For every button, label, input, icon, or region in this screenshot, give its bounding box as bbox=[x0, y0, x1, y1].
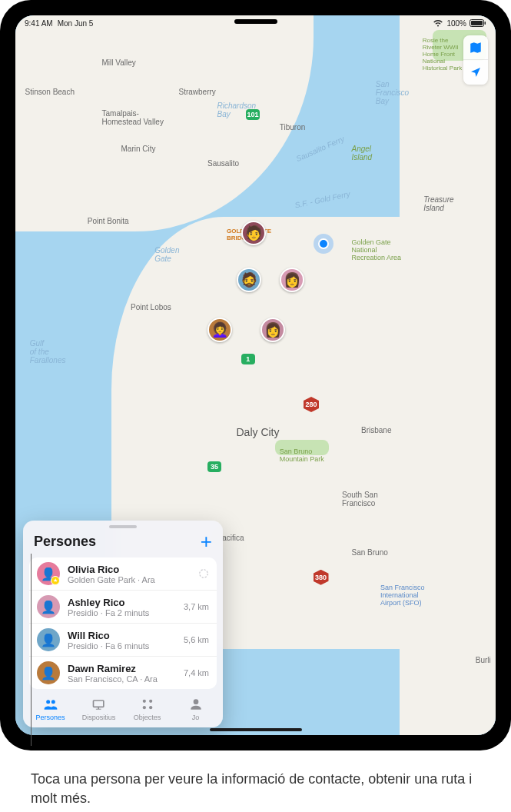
road-badge-ca1: 1 bbox=[241, 354, 255, 364]
person-distance bbox=[198, 568, 209, 579]
person-subtitle: Presidio · Fa 2 minuts bbox=[68, 608, 184, 617]
navigate-icon bbox=[470, 66, 482, 78]
map-label: Treasure Island bbox=[423, 195, 453, 212]
map-mode-button[interactable] bbox=[463, 35, 488, 60]
map-label: Stinson Beach bbox=[25, 88, 75, 96]
people-panel: Persones + 👤 ★ Olivia Rico Golden Gate P… bbox=[23, 521, 223, 727]
person-row[interactable]: 👤 Dawn Ramirez San Francisco, CA · Ara 7… bbox=[29, 657, 217, 689]
tab-label: Persones bbox=[35, 714, 65, 721]
svg-point-3 bbox=[200, 570, 208, 578]
map-label: Gulf of the Farallones bbox=[30, 339, 66, 364]
map-label: San Bruno Mountain Park bbox=[280, 448, 324, 463]
person-distance: 7,4 km bbox=[184, 668, 209, 677]
person-name: Olivia Rico bbox=[68, 564, 198, 575]
tab-label: Jo bbox=[192, 714, 200, 721]
map-label: Rosie the Riveter WWII Home Front Nation… bbox=[423, 37, 463, 72]
svg-point-4 bbox=[142, 700, 145, 703]
map-label: San Francisco International Airport (SFO… bbox=[380, 584, 425, 607]
map-label: San Francisco Bay bbox=[376, 80, 409, 105]
svg-rect-1 bbox=[471, 21, 483, 25]
avatar: 👤 bbox=[37, 628, 60, 651]
map-label: San Bruno bbox=[352, 548, 388, 557]
map-label: Sausalito bbox=[207, 159, 239, 168]
ipad-frame: 9:41 AM Mon Jun 5 100% Mill Valley Stins… bbox=[0, 0, 511, 750]
map-label: S.F. - Gold Ferry bbox=[294, 190, 350, 210]
map-label: Tiburon bbox=[280, 123, 306, 131]
person-distance: 5,6 km bbox=[184, 635, 209, 644]
tab-label: Dispositius bbox=[82, 714, 116, 721]
svg-point-7 bbox=[149, 706, 152, 709]
person-subtitle: Presidio · Fa 6 minuts bbox=[68, 641, 184, 651]
person-row[interactable]: 👤 Ashley Rico Presidio · Fa 2 minuts 3,7… bbox=[29, 591, 217, 624]
home-indicator[interactable] bbox=[210, 728, 302, 731]
svg-point-5 bbox=[149, 700, 152, 703]
tab-persones[interactable]: Persones bbox=[26, 697, 75, 721]
panel-header: Persones + bbox=[23, 530, 223, 557]
loading-icon bbox=[198, 568, 209, 579]
map-label: Strawberry bbox=[179, 88, 216, 96]
map-label: Brisbane bbox=[361, 426, 391, 434]
map-label: South San Francisco bbox=[342, 491, 378, 508]
person-pin[interactable]: 👩‍🦱 bbox=[207, 318, 232, 342]
locate-me-button[interactable] bbox=[463, 60, 488, 85]
battery-text: 100% bbox=[446, 19, 466, 28]
map-label: Mill Valley bbox=[102, 58, 136, 67]
svg-point-6 bbox=[142, 706, 145, 709]
map-label: Point Bonita bbox=[88, 217, 129, 225]
person-name: Will Rico bbox=[68, 630, 184, 641]
road-badge-ca101: 101 bbox=[246, 109, 260, 120]
map-label: Golden Gate bbox=[154, 246, 179, 263]
status-time: 9:41 AM bbox=[25, 19, 53, 28]
person-pin[interactable]: 👩 bbox=[260, 318, 285, 342]
screen: 9:41 AM Mon Jun 5 100% Mill Valley Stins… bbox=[15, 15, 496, 735]
camera-dot bbox=[253, 2, 259, 8]
callout-line bbox=[31, 554, 32, 746]
tab-jo[interactable]: Jo bbox=[171, 697, 220, 721]
map-label: Point Lobos bbox=[131, 303, 171, 311]
dynamic-pill bbox=[234, 19, 277, 24]
status-bar: 9:41 AM Mon Jun 5 100% bbox=[15, 15, 496, 31]
user-location-dot bbox=[318, 238, 329, 249]
star-badge: ★ bbox=[51, 576, 60, 585]
map-label: Golden Gate National Recreation Area bbox=[352, 238, 402, 261]
person-name: Dawn Ramirez bbox=[68, 663, 184, 674]
map-label: Sausalito Ferry bbox=[294, 135, 345, 163]
map-label: Marin City bbox=[121, 145, 156, 153]
person-name: Ashley Rico bbox=[68, 597, 184, 608]
tab-objectes[interactable]: Objectes bbox=[123, 697, 171, 721]
person-pin[interactable]: 🧔 bbox=[237, 268, 261, 292]
svg-rect-2 bbox=[485, 22, 486, 25]
map-icon bbox=[469, 41, 483, 55]
avatar: 👤 bbox=[37, 661, 60, 684]
person-distance: 3,7 km bbox=[184, 602, 209, 611]
person-pin[interactable]: 👩 bbox=[280, 268, 304, 292]
person-pin[interactable]: 🧑 bbox=[241, 221, 266, 245]
map-label: Tamalpais- Homestead Valley bbox=[102, 109, 164, 126]
tab-dispositius[interactable]: Dispositius bbox=[75, 697, 123, 721]
avatar: 👤 bbox=[37, 595, 60, 618]
people-list: 👤 ★ Olivia Rico Golden Gate Park · Ara 👤… bbox=[29, 557, 217, 689]
tab-bar: PersonesDispositiusObjectesJo bbox=[23, 689, 223, 727]
person-row[interactable]: 👤 Will Rico Presidio · Fa 6 minuts 5,6 k… bbox=[29, 624, 217, 657]
add-person-button[interactable]: + bbox=[201, 531, 212, 551]
battery-icon bbox=[470, 19, 486, 27]
wifi-icon bbox=[433, 19, 443, 27]
panel-grabber[interactable] bbox=[109, 525, 137, 528]
status-date: Mon Jun 5 bbox=[58, 19, 94, 28]
map-controls bbox=[463, 35, 488, 85]
road-badge-ca35: 35 bbox=[207, 461, 221, 472]
person-subtitle: Golden Gate Park · Ara bbox=[68, 575, 198, 584]
tab-label: Objectes bbox=[134, 714, 161, 721]
person-subtitle: San Francisco, CA · Ara bbox=[68, 674, 184, 684]
caption: Toca una persona per veure la informació… bbox=[31, 770, 496, 807]
map-label: Daly City bbox=[237, 426, 280, 438]
map-label: Angel Island bbox=[352, 145, 373, 161]
panel-title: Persones bbox=[34, 534, 96, 550]
map-label: Burli bbox=[476, 656, 491, 664]
person-row[interactable]: 👤 ★ Olivia Rico Golden Gate Park · Ara bbox=[29, 557, 217, 591]
